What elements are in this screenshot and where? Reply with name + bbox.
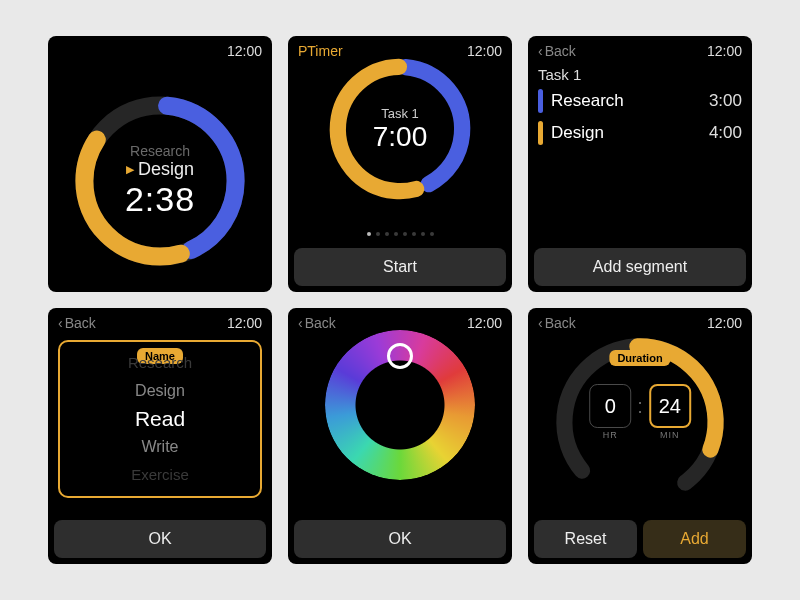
page-indicator xyxy=(288,232,512,236)
current-task-label: Design xyxy=(138,159,194,180)
ok-button[interactable]: OK xyxy=(294,520,506,558)
clock: 12:00 xyxy=(467,315,502,331)
screen-name-picker: ‹ Back 12:00 Name Research Design Read W… xyxy=(48,308,272,564)
add-segment-button[interactable]: Add segment xyxy=(534,248,746,286)
picker-option[interactable]: Research xyxy=(128,349,192,377)
screen-task-overview: PTimer 12:00 Task 1 7:00 Start xyxy=(288,36,512,292)
segment-name: Design xyxy=(551,123,604,143)
minutes-stepper[interactable]: 24 xyxy=(649,384,691,428)
segment-row[interactable]: Design 4:00 xyxy=(528,117,752,149)
start-button[interactable]: Start xyxy=(294,248,506,286)
segment-name: Research xyxy=(551,91,624,111)
chevron-left-icon: ‹ xyxy=(298,315,303,331)
picker-option[interactable]: Exercise xyxy=(131,461,189,489)
screen-timer-running: 12:00 Research ▶ Design 2:38 xyxy=(48,36,272,292)
back-button[interactable]: ‹ Back xyxy=(538,43,576,59)
back-button[interactable]: ‹ Back xyxy=(58,315,96,331)
play-icon: ▶ xyxy=(126,163,134,176)
picker-field-label: Duration xyxy=(609,350,670,366)
segment-time: 4:00 xyxy=(709,123,742,143)
picker-option[interactable]: Write xyxy=(141,433,178,461)
reset-button[interactable]: Reset xyxy=(534,520,637,558)
segment-color-icon xyxy=(538,121,543,145)
picker-option-selected[interactable]: Read xyxy=(135,405,185,433)
back-button[interactable]: ‹ Back xyxy=(538,315,576,331)
task-total-time: 7:00 xyxy=(373,121,428,153)
segment-time: 3:00 xyxy=(709,91,742,111)
screen-segment-list: ‹ Back 12:00 Task 1 Research 3:00 Design… xyxy=(528,36,752,292)
segment-row[interactable]: Research 3:00 xyxy=(528,85,752,117)
ok-button[interactable]: OK xyxy=(54,520,266,558)
prev-task-label: Research xyxy=(125,143,195,159)
add-button[interactable]: Add xyxy=(643,520,746,558)
chevron-left-icon: ‹ xyxy=(538,43,543,59)
screen-color-picker: ‹ Back 12:00 OK xyxy=(288,308,512,564)
chevron-left-icon: ‹ xyxy=(538,315,543,331)
hours-unit-label: HR xyxy=(603,430,618,440)
color-selector-handle[interactable] xyxy=(387,343,413,369)
minutes-unit-label: MIN xyxy=(660,430,680,440)
clock: 12:00 xyxy=(227,43,262,59)
task-title: Task 1 xyxy=(528,60,752,85)
clock: 12:00 xyxy=(707,315,742,331)
time-remaining: 2:38 xyxy=(125,180,195,219)
screen-duration-picker: ‹ Back 12:00 Duration 0 HR xyxy=(528,308,752,564)
segment-color-icon xyxy=(538,89,543,113)
hours-stepper[interactable]: 0 xyxy=(589,384,631,428)
clock: 12:00 xyxy=(227,315,262,331)
chevron-left-icon: ‹ xyxy=(58,315,63,331)
time-separator: : xyxy=(637,395,643,430)
name-picker[interactable]: Research Design Read Write Exercise xyxy=(58,340,262,498)
clock: 12:00 xyxy=(707,43,742,59)
task-name: Task 1 xyxy=(373,106,428,121)
back-button[interactable]: ‹ Back xyxy=(298,315,336,331)
picker-option[interactable]: Design xyxy=(135,377,185,405)
